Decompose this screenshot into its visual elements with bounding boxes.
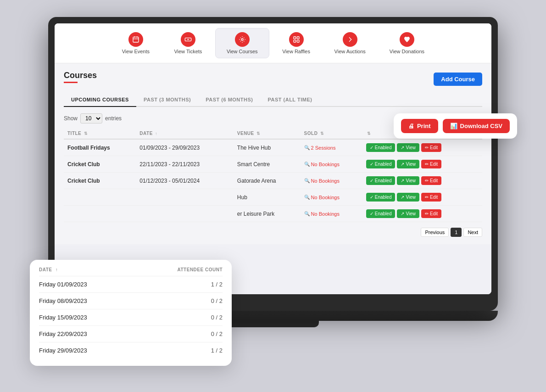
nav-label-events: View Events bbox=[122, 49, 150, 54]
venue-sort-icon: ⇅ bbox=[256, 131, 261, 136]
panel-body: Friday 01/09/2023 1 / 2 Friday 08/09/202… bbox=[39, 276, 223, 359]
svg-rect-5 bbox=[294, 40, 296, 42]
col-sold: SOLD ⇅ bbox=[301, 128, 362, 139]
table-row: er Leisure Park 🔍 No Bookings ✓ Enabled … bbox=[64, 206, 482, 222]
enabled-button[interactable]: ✓ Enabled bbox=[366, 143, 396, 152]
print-button[interactable]: 🖨 Print bbox=[401, 119, 438, 133]
cell-sold: 🔍 No Bookings bbox=[301, 173, 362, 189]
entries-select[interactable]: 10 25 50 bbox=[80, 113, 102, 123]
nav-item-auctions[interactable]: View Auctions bbox=[323, 28, 377, 58]
csv-label: Download CSV bbox=[460, 123, 502, 129]
panel-cell-count: 1 / 2 bbox=[134, 342, 223, 359]
external-icon: ↗ bbox=[401, 145, 404, 150]
courses-icon bbox=[235, 32, 250, 47]
show-label: Show bbox=[64, 115, 78, 122]
check-icon: ✓ bbox=[370, 211, 373, 216]
svg-rect-0 bbox=[133, 37, 139, 42]
nav-item-courses[interactable]: View Courses bbox=[215, 28, 269, 58]
search-icon: 🔍 bbox=[304, 211, 310, 216]
cell-sold: 🔍 No Bookings bbox=[301, 189, 362, 206]
edit-button[interactable]: ✏ Edit bbox=[421, 209, 441, 218]
panel-date-col: DATE ↑ bbox=[39, 267, 134, 276]
search-icon: 🔍 bbox=[304, 162, 310, 167]
entries-label: entries bbox=[105, 115, 122, 122]
nav-item-donations[interactable]: View Donations bbox=[379, 28, 435, 58]
nav-item-raffles[interactable]: View Raffles bbox=[271, 28, 322, 58]
panel-cell-date: Friday 22/09/2023 bbox=[39, 326, 134, 342]
cell-actions: ✓ Enabled ↗ View ✏ Edit bbox=[362, 139, 482, 156]
table-body: Football Fridays 01/09/2023 - 29/09/2023… bbox=[64, 139, 482, 222]
table-row: Cricket Club 01/12/2023 - 05/01/2024 Gat… bbox=[64, 173, 482, 189]
panel-date-label: DATE bbox=[39, 267, 52, 272]
laptop-screen: View Events View Tickets V bbox=[55, 23, 491, 294]
cell-sold: 🔍 No Bookings bbox=[301, 206, 362, 222]
panel-cell-count: 0 / 2 bbox=[134, 326, 223, 342]
cell-date: 01/09/2023 - 29/09/2023 bbox=[136, 139, 233, 156]
view-button[interactable]: ↗ View bbox=[397, 176, 419, 185]
nav-label-courses: View Courses bbox=[227, 49, 258, 54]
enabled-button[interactable]: ✓ Enabled bbox=[366, 176, 396, 185]
edit-button[interactable]: ✏ Edit bbox=[421, 143, 441, 152]
next-page-button[interactable]: Next bbox=[463, 228, 482, 237]
cell-venue: The Hive Hub bbox=[234, 139, 301, 156]
nav-item-tickets[interactable]: View Tickets bbox=[163, 28, 213, 58]
panel-count-label: ATTENDEE COUNT bbox=[178, 267, 223, 272]
tab-upcoming[interactable]: UPCOMING COURSES bbox=[64, 93, 136, 107]
edit-button[interactable]: ✏ Edit bbox=[421, 193, 441, 202]
tab-past3[interactable]: PAST (3 MONTHS) bbox=[136, 93, 198, 107]
tab-pastall[interactable]: PAST (ALL TIME) bbox=[260, 93, 319, 107]
panel-row: Friday 29/09/2023 1 / 2 bbox=[39, 342, 223, 359]
show-entries: Show 10 25 50 entries bbox=[64, 113, 122, 123]
svg-rect-4 bbox=[297, 37, 299, 39]
pencil-icon: ✏ bbox=[425, 178, 429, 183]
prev-page-button[interactable]: Previous bbox=[421, 228, 449, 237]
external-icon: ↗ bbox=[401, 178, 404, 183]
enabled-button[interactable]: ✓ Enabled bbox=[366, 209, 396, 218]
nav-label-tickets: View Tickets bbox=[174, 49, 202, 54]
current-page-button[interactable]: 1 bbox=[451, 228, 462, 237]
external-icon: ↗ bbox=[401, 162, 404, 167]
edit-button[interactable]: ✏ Edit bbox=[421, 176, 441, 185]
laptop-stand bbox=[227, 321, 319, 327]
svg-rect-6 bbox=[297, 40, 299, 42]
search-icon: 🔍 bbox=[304, 195, 310, 200]
external-icon: ↗ bbox=[401, 195, 404, 200]
view-button[interactable]: ↗ View bbox=[397, 143, 419, 152]
enabled-button[interactable]: ✓ Enabled bbox=[366, 160, 396, 168]
check-icon: ✓ bbox=[370, 195, 373, 200]
session-panel: DATE ↑ ATTENDEE COUNT Friday 01/09/2023 … bbox=[30, 260, 232, 366]
enabled-button[interactable]: ✓ Enabled bbox=[366, 193, 396, 202]
edit-button[interactable]: ✏ Edit bbox=[421, 160, 441, 168]
panel-row: Friday 15/09/2023 0 / 2 bbox=[39, 309, 223, 326]
check-icon: ✓ bbox=[370, 162, 373, 167]
search-icon: 🔍 bbox=[304, 178, 310, 183]
add-course-button[interactable]: Add Course bbox=[434, 73, 482, 86]
date-sort-icon: ↑ bbox=[155, 131, 157, 136]
panel-row: Friday 08/09/2023 0 / 2 bbox=[39, 293, 223, 309]
cell-date: 01/12/2023 - 05/01/2024 bbox=[136, 173, 233, 189]
panel-cell-count: 1 / 2 bbox=[134, 276, 223, 293]
csv-icon: 📊 bbox=[450, 123, 457, 129]
tab-past6[interactable]: PAST (6 MONTHS) bbox=[198, 93, 260, 107]
panel-cell-count: 0 / 2 bbox=[134, 309, 223, 326]
panel-sort-icon: ↑ bbox=[56, 267, 58, 272]
view-button[interactable]: ↗ View bbox=[397, 160, 419, 168]
csv-button[interactable]: 📊 Download CSV bbox=[443, 119, 510, 133]
page-title: Courses bbox=[64, 71, 97, 80]
nav-label-donations: View Donations bbox=[390, 49, 424, 54]
cell-venue: er Leisure Park bbox=[234, 206, 301, 222]
title-underline bbox=[64, 82, 78, 83]
view-button[interactable]: ↗ View bbox=[397, 193, 419, 202]
panel-cell-date: Friday 08/09/2023 bbox=[39, 293, 134, 309]
cell-venue: Hub bbox=[234, 189, 301, 206]
external-icon: ↗ bbox=[401, 211, 404, 216]
nav-item-events[interactable]: View Events bbox=[111, 28, 161, 58]
pencil-icon: ✏ bbox=[425, 145, 429, 150]
svg-point-2 bbox=[241, 39, 243, 40]
view-button[interactable]: ↗ View bbox=[397, 209, 419, 218]
cell-sold: 🔍 2 Sessions bbox=[301, 139, 362, 156]
print-label: Print bbox=[417, 123, 431, 129]
cell-date: 22/11/2023 - 22/11/2023 bbox=[136, 156, 233, 173]
action-buttons: ✓ Enabled ↗ View ✏ Edit bbox=[366, 193, 479, 202]
action-buttons: ✓ Enabled ↗ View ✏ Edit bbox=[366, 176, 479, 185]
